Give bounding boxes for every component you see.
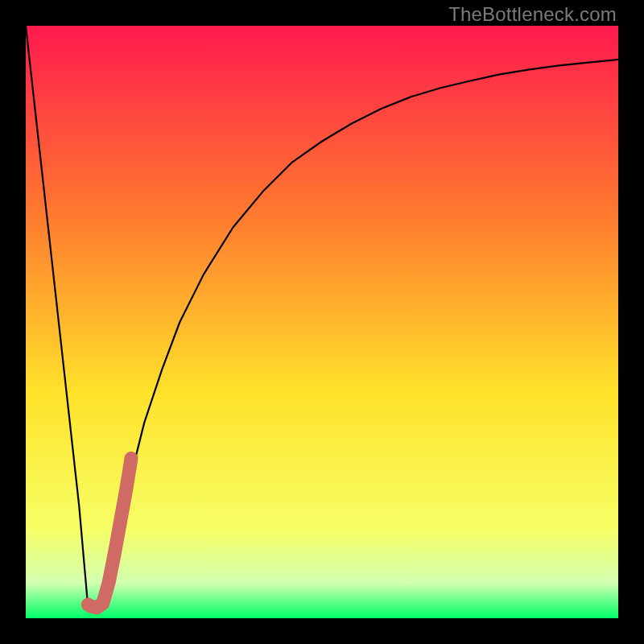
frame-right [618,0,644,644]
frame-left [0,0,26,644]
frame-bottom [0,618,644,644]
chart-plot [26,26,618,618]
watermark-text: TheBottleneck.com [448,3,617,26]
